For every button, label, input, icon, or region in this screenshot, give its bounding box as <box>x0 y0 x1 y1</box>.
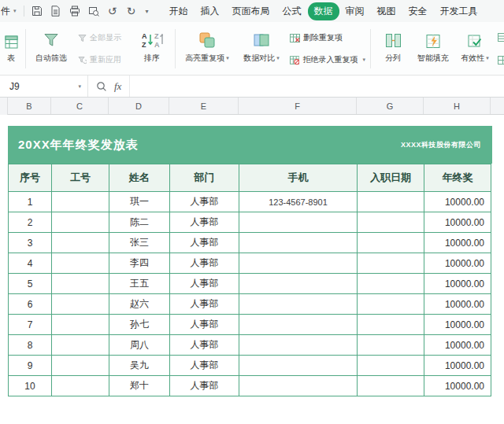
smart-fill-button[interactable]: 智能填充 <box>413 25 454 71</box>
clipped-ribbon-button[interactable] <box>498 32 504 42</box>
autofilter-button[interactable]: 自动筛选 <box>28 25 74 71</box>
cell-hire-date[interactable] <box>358 335 424 356</box>
cell-hire-date[interactable] <box>358 315 424 335</box>
cell-bonus[interactable]: 10000.00 <box>424 294 491 315</box>
cell-name[interactable]: 陈二 <box>109 212 170 233</box>
cell-index[interactable]: 4 <box>9 253 52 274</box>
cell-phone[interactable] <box>239 253 358 274</box>
header-department[interactable]: 部门 <box>170 164 239 192</box>
cell-employee-id[interactable] <box>52 376 109 396</box>
sheet-area[interactable]: 20XX年年终奖发放表 XXXX科技股份有限公司 序号 工号 姓名 部门 手机 … <box>0 115 504 424</box>
column-header-H[interactable]: H <box>424 98 491 114</box>
cell-employee-id[interactable] <box>52 253 109 274</box>
cell-phone[interactable] <box>239 212 358 233</box>
cell-name[interactable]: 郑十 <box>109 376 170 396</box>
column-header-G[interactable]: G <box>357 98 424 114</box>
cell-department[interactable]: 人事部 <box>170 253 239 274</box>
cell-department[interactable]: 人事部 <box>170 335 239 356</box>
reject-duplicates-button[interactable]: 拒绝录入重复项 ▾ <box>290 54 365 65</box>
cell-hire-date[interactable] <box>358 253 424 274</box>
tab-数据[interactable]: 数据 <box>308 2 339 20</box>
cell-bonus[interactable]: 10000.00 <box>424 356 491 376</box>
tab-开发工具[interactable]: 开发工具 <box>434 2 484 20</box>
cell-department[interactable]: 人事部 <box>170 356 239 376</box>
tab-审阅[interactable]: 审阅 <box>339 2 371 20</box>
cell-phone[interactable] <box>239 356 358 376</box>
cell-name[interactable]: 吴九 <box>109 356 170 376</box>
cell-department[interactable]: 人事部 <box>170 294 239 315</box>
cell-index[interactable]: 1 <box>9 192 52 212</box>
cell-employee-id[interactable] <box>52 212 109 233</box>
cell-bonus[interactable]: 10000.00 <box>424 192 491 212</box>
cell-bonus[interactable]: 10000.00 <box>424 233 491 253</box>
show-all-button[interactable]: 全部显示 <box>78 32 128 43</box>
column-header-F[interactable]: F <box>239 98 357 114</box>
search-icon[interactable] <box>96 81 107 92</box>
formula-input[interactable] <box>130 76 504 97</box>
cell-hire-date[interactable] <box>358 376 424 396</box>
cell-employee-id[interactable] <box>52 315 109 335</box>
cell-name[interactable]: 张三 <box>109 233 170 253</box>
print-preview-button[interactable] <box>84 2 103 20</box>
cell-bonus[interactable]: 10000.00 <box>424 335 491 356</box>
cell-bonus[interactable]: 10000.00 <box>424 253 491 274</box>
header-name[interactable]: 姓名 <box>109 164 170 192</box>
tab-页面布局[interactable]: 页面布局 <box>226 2 276 20</box>
cell-name[interactable]: 孙七 <box>109 315 170 335</box>
text-to-columns-button[interactable]: 分列 <box>376 25 410 71</box>
cell-index[interactable]: 3 <box>9 233 52 253</box>
quick-access-menu-button[interactable]: ▾ <box>141 2 154 20</box>
column-header-D[interactable]: D <box>109 98 169 114</box>
cell-index[interactable]: 10 <box>9 376 52 396</box>
cell-employee-id[interactable] <box>52 294 109 315</box>
cell-employee-id[interactable] <box>52 356 109 376</box>
fx-button[interactable]: fx <box>114 80 121 93</box>
cell-index[interactable]: 8 <box>9 335 52 356</box>
cell-department[interactable]: 人事部 <box>170 376 239 396</box>
header-bonus[interactable]: 年终奖 <box>424 164 491 192</box>
cell-bonus[interactable]: 10000.00 <box>424 274 491 294</box>
cell-hire-date[interactable] <box>358 212 424 233</box>
reapply-button[interactable]: 重新应用 <box>78 54 128 65</box>
cell-index[interactable]: 2 <box>9 212 52 233</box>
cell-employee-id[interactable] <box>52 335 109 356</box>
redo-button[interactable]: ↻ <box>122 2 141 20</box>
tab-插入[interactable]: 插入 <box>195 2 226 20</box>
cell-hire-date[interactable] <box>358 274 424 294</box>
pivot-table-button[interactable]: 表 <box>0 25 22 71</box>
cell-department[interactable]: 人事部 <box>170 233 239 253</box>
save-button[interactable] <box>28 2 46 20</box>
name-box[interactable]: J9 ▾ <box>0 76 88 97</box>
column-header-C[interactable]: C <box>51 98 109 114</box>
remove-duplicates-button[interactable]: 删除重复项 <box>290 32 365 43</box>
header-phone[interactable]: 手机 <box>239 164 358 192</box>
cell-hire-date[interactable] <box>358 294 424 315</box>
cell-name[interactable]: 赵六 <box>109 294 170 315</box>
cell-department[interactable]: 人事部 <box>170 315 239 335</box>
cell-name[interactable]: 琪一 <box>109 192 170 212</box>
cell-phone[interactable] <box>239 376 358 396</box>
cell-employee-id[interactable] <box>52 192 109 212</box>
tab-公式[interactable]: 公式 <box>276 2 308 20</box>
cell-bonus[interactable]: 10000.00 <box>424 212 491 233</box>
cell-name[interactable]: 李四 <box>109 253 170 274</box>
cell-index[interactable]: 9 <box>9 356 52 376</box>
cell-employee-id[interactable] <box>52 274 109 294</box>
cell-phone[interactable] <box>239 315 358 335</box>
cell-name[interactable]: 王五 <box>109 274 170 294</box>
cell-phone[interactable] <box>239 233 358 253</box>
data-compare-button[interactable]: 数据对比▾ <box>238 25 285 71</box>
clipped-ribbon-button[interactable] <box>498 55 504 65</box>
cell-phone[interactable] <box>239 294 358 315</box>
cell-hire-date[interactable] <box>358 233 424 253</box>
cell-employee-id[interactable] <box>52 233 109 253</box>
cell-department[interactable]: 人事部 <box>170 212 239 233</box>
cell-bonus[interactable]: 10000.00 <box>424 315 491 335</box>
cell-phone[interactable] <box>239 274 358 294</box>
cell-phone[interactable]: 123-4567-8901 <box>239 192 358 212</box>
cell-phone[interactable] <box>239 335 358 356</box>
cell-index[interactable]: 5 <box>9 274 52 294</box>
cell-index[interactable]: 7 <box>9 315 52 335</box>
sort-button[interactable]: AZZA 排序 <box>132 25 172 71</box>
cell-name[interactable]: 周八 <box>109 335 170 356</box>
